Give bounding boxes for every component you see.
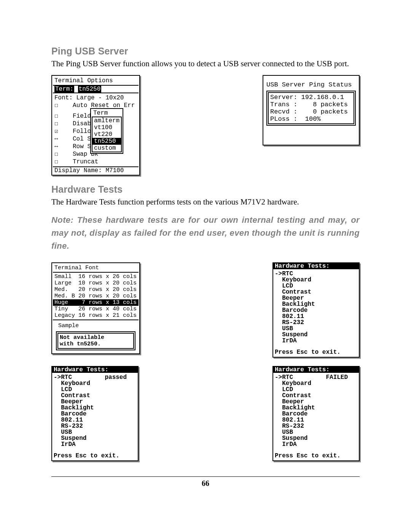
hw-exit-1: Press Esc to exit.: [273, 348, 359, 357]
font-row[interactable]: Small 16 rows x 26 cols: [53, 273, 139, 280]
usb-ping-status-title: USB Server Ping Status: [266, 81, 356, 88]
terminal-font-title: Terminal Font: [53, 264, 139, 272]
font-row[interactable]: Med. B 20 rows x 20 cols: [53, 293, 139, 299]
term-popup-item[interactable]: tn5250: [92, 138, 121, 145]
hw-tests-title-2: Hardware Tests:: [52, 367, 138, 373]
ping-usb-server-body: The Ping USB Server function allows you …: [51, 58, 360, 69]
font-line: Font: Large - 10x20: [54, 94, 137, 102]
term-value[interactable]: tn5250: [78, 86, 102, 93]
term-label: Term:: [54, 86, 74, 93]
terminal-options-title: Terminal Options: [53, 77, 139, 85]
font-row[interactable]: Tiny 26 rows x 40 cols: [53, 306, 139, 312]
ping-usb-server-heading: Ping USB Server: [51, 46, 360, 57]
sample-text-1: Not available: [60, 334, 132, 341]
hw-tests-box-passed: Hardware Tests: ->RTC passed Keyboard LC…: [51, 366, 139, 461]
hw-tests-title-3: Hardware Tests:: [273, 367, 359, 373]
terminal-options-box: Terminal Options Term: tn5250 Font: Larg…: [51, 75, 140, 176]
font-row[interactable]: Large 10 rows x 20 cols: [53, 280, 139, 286]
term-popup-item[interactable]: vt100: [92, 124, 121, 131]
usb-ping-status-box: USB Server Ping Status Server: 192.168.0…: [263, 75, 360, 145]
hardware-tests-note: Note: These hardware tests are for our o…: [51, 214, 360, 252]
hw-tests-title-1: Hardware Tests:: [273, 263, 359, 269]
terminal-font-box: Terminal Font Small 16 rows x 26 colsLar…: [51, 262, 140, 354]
hardware-tests-body: The Hardware Tests function performs tes…: [51, 197, 360, 207]
hardware-tests-heading: Hardware Tests: [51, 184, 360, 195]
opt-truncat[interactable]: Truncat: [54, 158, 137, 166]
font-row[interactable]: Med. 20 rows x 20 cols: [53, 286, 139, 293]
term-popup-item[interactable]: custom: [92, 145, 121, 152]
font-row[interactable]: Legacy 16 rows x 21 cols: [53, 312, 139, 319]
sample-label: Sample: [53, 320, 139, 331]
font-row[interactable]: Huge 7 rows x 13 cols: [53, 299, 139, 306]
term-popup-item[interactable]: amlterm: [92, 117, 121, 124]
term-popup-list[interactable]: amltermvt100vt220tn5250custom: [92, 117, 122, 152]
hw-tests-box-failed: Hardware Tests: ->RTC FAILED Keyboard LC…: [272, 366, 360, 461]
terminal-font-list[interactable]: Small 16 rows x 26 colsLarge 10 rows x 2…: [53, 272, 139, 320]
display-name-line: Display Name: M7100: [53, 167, 139, 174]
term-popup: Term amltermvt100vt220tn5250custom: [90, 108, 123, 154]
term-popup-title: Term: [92, 110, 122, 117]
page-number: 66: [51, 476, 360, 488]
hw-exit-3: Press Esc to exit.: [273, 451, 359, 460]
sample-text-2: with tn5250.: [60, 341, 132, 347]
hw-exit-2: Press Esc to exit.: [52, 451, 138, 460]
term-popup-item[interactable]: vt220: [92, 131, 121, 138]
hw-tests-box-plain: Hardware Tests: ->RTC Keyboard LCD Contr…: [272, 262, 360, 358]
